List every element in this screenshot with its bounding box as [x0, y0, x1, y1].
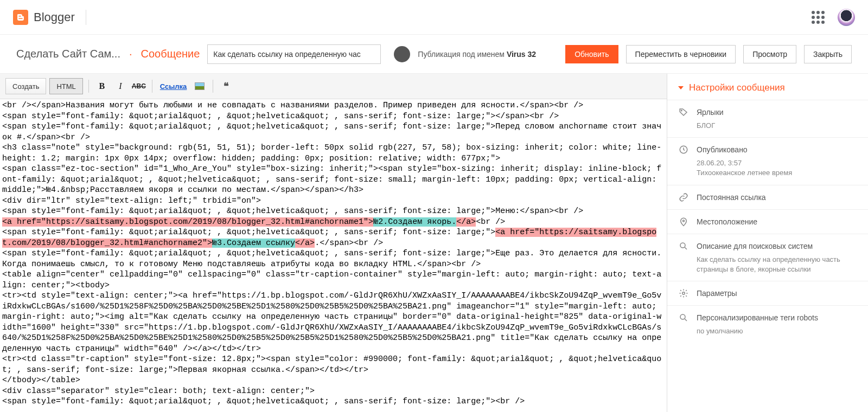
location-pin-icon	[678, 216, 689, 227]
labels-section[interactable]: Ярлыки БЛОГ	[667, 100, 868, 137]
close-button[interactable]: Закрыть	[804, 45, 852, 63]
app-name: Blogger	[34, 10, 75, 24]
published-date: 28.06.20, 3:57	[678, 155, 857, 168]
chevron-down-icon	[678, 86, 684, 89]
svg-point-2	[683, 220, 685, 222]
separator-dot: ·	[129, 48, 132, 60]
settings-header-label: Настройки сообщения	[689, 82, 785, 93]
svg-point-3	[680, 243, 685, 248]
italic-icon[interactable]: I	[113, 79, 128, 94]
blogger-logo[interactable]: Blogger	[13, 10, 75, 25]
page-type-label: Сообщение	[141, 48, 200, 60]
search-icon	[678, 312, 689, 323]
link-button[interactable]: Ссылка	[158, 79, 189, 94]
toolbar-separator	[213, 80, 213, 93]
labels-value: БЛОГ	[678, 118, 857, 131]
blogger-logo-icon	[13, 10, 28, 25]
robots-section[interactable]: Персонализированные теги robots по умолч…	[667, 305, 868, 343]
image-icon[interactable]	[192, 79, 207, 94]
published-section[interactable]: Опубликовано 28.06.20, 3:57 Тихоокеанско…	[667, 137, 868, 184]
highlighted-anchor-open: <a href="https://saitsamy.blogspot.com/2…	[2, 217, 373, 227]
blog-title[interactable]: Сделать Сайт Сам...	[16, 48, 120, 60]
publish-as-label: Публикация под именем Virus 32	[418, 50, 536, 59]
topbar: Blogger	[0, 0, 868, 35]
labels-title: Ярлыки	[697, 108, 724, 117]
publish-as-name: Virus 32	[507, 50, 536, 59]
html-code-editor[interactable]: <br /></span>Названия могут быть любыми …	[0, 99, 667, 412]
permalink-title: Постоянная ссылка	[697, 193, 766, 202]
svg-point-5	[680, 314, 685, 319]
profile-avatar[interactable]	[838, 9, 855, 26]
clock-icon	[678, 144, 689, 155]
location-title: Местоположение	[697, 217, 757, 226]
highlighted-anchor-close: </a>	[295, 239, 315, 248]
highlighted-anchor-close: </a>	[456, 217, 476, 227]
search-icon	[678, 241, 689, 252]
permalink-section[interactable]: Постоянная ссылка	[667, 185, 868, 209]
tag-icon	[678, 107, 689, 118]
actionbar: Сделать Сайт Сам... · Сообщение Публикац…	[0, 35, 868, 74]
post-title-input[interactable]	[207, 44, 381, 64]
post-settings-panel: Настройки сообщения Ярлыки БЛОГ Опублико…	[667, 74, 868, 412]
search-desc-title: Описание для поисковых систем	[697, 242, 813, 250]
strikethrough-icon[interactable]: ABC	[131, 79, 146, 94]
link-icon	[678, 192, 689, 203]
author-avatar	[394, 46, 410, 62]
options-title: Параметры	[697, 289, 737, 298]
robots-value: по умолчанию	[678, 323, 857, 336]
highlighted-anchor-text: №3.Создаем ссылку	[212, 239, 295, 248]
compose-tab[interactable]: Создать	[5, 78, 46, 94]
divider	[86, 10, 86, 25]
toolbar-separator	[88, 80, 89, 93]
html-tab[interactable]: HTML	[49, 78, 82, 94]
settings-header[interactable]: Настройки сообщения	[667, 74, 868, 100]
publish-as-prefix: Публикация под именем	[418, 50, 507, 59]
toolbar-separator	[152, 80, 152, 93]
main: Создать HTML B I ABC Ссылка ❝ <br /></sp…	[0, 74, 868, 412]
options-section[interactable]: Параметры	[667, 281, 868, 305]
svg-point-0	[681, 110, 682, 111]
svg-point-4	[682, 292, 685, 295]
location-section[interactable]: Местоположение	[667, 209, 868, 234]
move-to-drafts-button[interactable]: Переместить в черновики	[626, 45, 736, 63]
highlighted-anchor-text: №2.Создаем якорь.	[373, 217, 456, 227]
search-desc-value: Как сделать ссылку на определенную часть…	[678, 252, 857, 274]
bold-icon[interactable]: B	[94, 79, 110, 94]
search-description-section[interactable]: Описание для поисковых систем Как сделат…	[667, 234, 868, 281]
gear-icon	[678, 288, 689, 299]
quote-icon[interactable]: ❝	[219, 79, 234, 94]
editor-toolbar: Создать HTML B I ABC Ссылка ❝	[0, 74, 667, 99]
editor-pane: Создать HTML B I ABC Ссылка ❝ <br /></sp…	[0, 74, 667, 412]
update-button[interactable]: Обновить	[565, 45, 618, 63]
preview-button[interactable]: Просмотр	[743, 45, 796, 63]
apps-grid-icon[interactable]	[812, 11, 825, 24]
code-editor-wrap: <br /></span>Названия могут быть любыми …	[0, 99, 667, 412]
robots-title: Персонализированные теги robots	[697, 313, 818, 322]
published-title: Опубликовано	[697, 145, 748, 154]
published-timezone: Тихоокеанское летнее время	[678, 168, 857, 178]
